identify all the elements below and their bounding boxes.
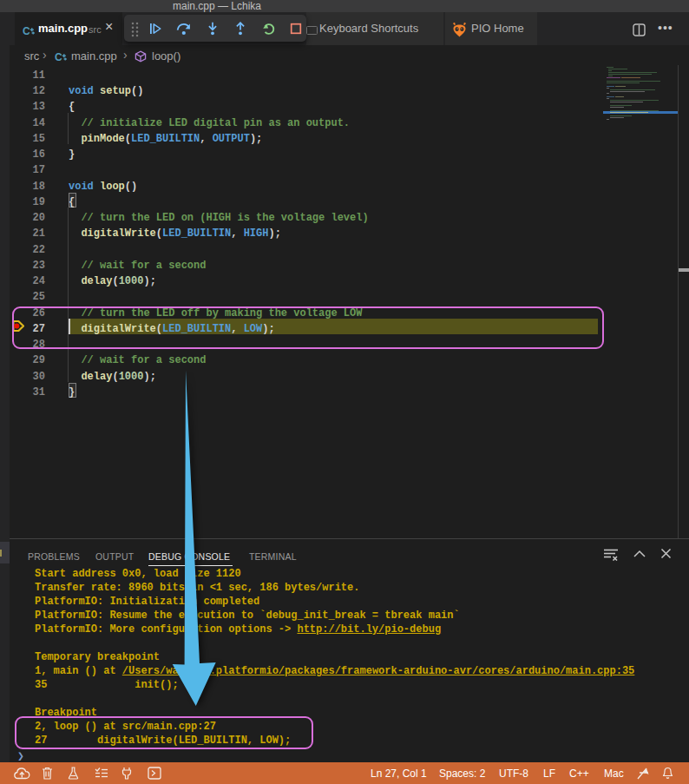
svg-text:C: C [55,51,62,63]
svg-text:C: C [23,25,30,37]
